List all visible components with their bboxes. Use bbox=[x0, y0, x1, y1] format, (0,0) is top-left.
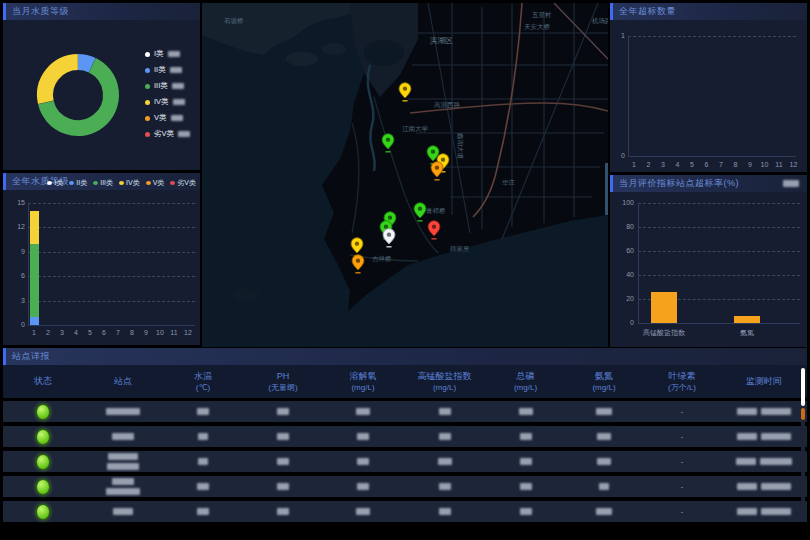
gridline bbox=[28, 252, 195, 253]
legend-dot bbox=[145, 116, 150, 121]
blurred-value bbox=[737, 408, 757, 415]
x-axis-tick: 2 bbox=[647, 161, 651, 168]
legend-value-redacted bbox=[172, 83, 184, 89]
gridline bbox=[28, 203, 195, 204]
y-axis-tick: 100 bbox=[614, 199, 634, 207]
donut-slice-II类[interactable] bbox=[78, 62, 92, 65]
gridline bbox=[638, 203, 800, 204]
legend-dot bbox=[145, 68, 150, 73]
blurred-value bbox=[113, 508, 133, 515]
y-axis-tick: 9 bbox=[5, 248, 25, 256]
city-map[interactable]: 石塘桥五星村滨湖区天安大桥高浪西路江南大学蠡湖大道青祁桥薛家里吉祥桥机场路华庄 bbox=[202, 3, 608, 347]
x-axis-tick: 4 bbox=[74, 329, 78, 336]
map-pin-marker-base bbox=[402, 100, 407, 101]
x-axis-tick: 9 bbox=[144, 329, 148, 336]
legend-item[interactable]: II类 bbox=[145, 65, 190, 75]
panel-header: 站点详报 bbox=[3, 348, 807, 365]
stations-table-panel: 站点详报 状态站点水温(℃)PH(无量纲)溶解氧(mg/L)高锰酸盐指数(mg/… bbox=[3, 348, 807, 525]
status-dot-normal bbox=[36, 404, 50, 420]
map-islet bbox=[286, 52, 318, 66]
blurred-value bbox=[197, 483, 209, 490]
value-redacted bbox=[163, 408, 243, 415]
monitor-time-redacted bbox=[721, 458, 807, 465]
dash-value: - bbox=[681, 482, 684, 491]
map-panel[interactable]: 石塘桥五星村滨湖区天安大桥高浪西路江南大学蠡湖大道青祁桥薛家里吉祥桥机场路华庄 bbox=[202, 3, 608, 347]
value-redacted bbox=[486, 483, 565, 490]
pin-hole bbox=[387, 232, 391, 236]
x-axis-tick: 1 bbox=[632, 161, 636, 168]
gridline bbox=[628, 36, 796, 37]
map-pin-marker-base bbox=[431, 238, 436, 239]
blurred-value bbox=[439, 508, 451, 515]
pin-hole bbox=[403, 86, 407, 90]
y-axis-tick: 0 bbox=[5, 321, 25, 329]
table-row[interactable]: - bbox=[3, 451, 807, 472]
table-header-高锰酸盐指数: 高锰酸盐指数(mg/L) bbox=[403, 365, 486, 398]
table-row[interactable]: - bbox=[3, 426, 807, 447]
donut-slice-IV类[interactable] bbox=[45, 62, 78, 102]
monitor-time-redacted bbox=[721, 483, 807, 490]
blurred-value bbox=[108, 453, 138, 460]
legend-label: I类 bbox=[154, 49, 164, 59]
legend-item[interactable]: I类 bbox=[145, 49, 190, 59]
value-redacted bbox=[163, 458, 243, 465]
table-header-总磷: 总磷(mg/L) bbox=[486, 365, 565, 398]
x-axis-tick: 6 bbox=[705, 161, 709, 168]
blurred-value bbox=[439, 483, 451, 490]
table-header-监测时间: 监测时间 bbox=[721, 365, 807, 398]
table-row[interactable]: - bbox=[3, 501, 807, 522]
map-edge-highlight bbox=[605, 163, 608, 215]
pin-hole bbox=[441, 157, 445, 161]
value-redacted bbox=[323, 408, 403, 415]
blurred-value bbox=[356, 508, 370, 515]
column-unit: (无量纲) bbox=[268, 382, 297, 393]
column-name: 高锰酸盐指数 bbox=[418, 371, 472, 382]
map-pin-marker-base bbox=[417, 220, 422, 221]
station-name-redacted bbox=[83, 478, 163, 495]
dash-value: - bbox=[681, 507, 684, 516]
blurred-value bbox=[198, 433, 208, 440]
blurred-value bbox=[197, 508, 209, 515]
column-unit: (mg/L) bbox=[433, 382, 456, 393]
gridline bbox=[28, 276, 195, 277]
header-accent bbox=[3, 3, 6, 20]
value-redacted bbox=[403, 508, 486, 515]
column-name: 总磷 bbox=[517, 371, 535, 382]
dash-value: - bbox=[681, 407, 684, 416]
legend-item[interactable]: III类 bbox=[145, 81, 190, 91]
x-axis-tick: 12 bbox=[790, 161, 798, 168]
legend-item[interactable]: 劣V类 bbox=[145, 129, 190, 139]
status-dot-normal bbox=[36, 454, 50, 470]
y-axis-tick: 40 bbox=[614, 271, 634, 279]
legend-label: 劣V类 bbox=[154, 129, 174, 139]
legend-item[interactable]: IV类 bbox=[145, 97, 190, 107]
table-header-水温: 水温(℃) bbox=[163, 365, 243, 398]
month-rate-chart: 020406080100高锰酸盐指数氨氮 bbox=[610, 175, 807, 347]
table-header-PH: PH(无量纲) bbox=[243, 365, 323, 398]
legend-item[interactable]: V类 bbox=[145, 113, 190, 123]
map-label: 五星村 bbox=[532, 11, 552, 19]
value-redacted bbox=[243, 483, 323, 490]
table-scrollbar-track[interactable] bbox=[801, 368, 805, 507]
x-axis-category: 氨氮 bbox=[740, 328, 754, 338]
table-scrollbar-thumb[interactable] bbox=[801, 368, 805, 406]
table-row[interactable]: - bbox=[3, 401, 807, 422]
panel-year-quality: 全年水质等级 I类II类III类IV类V类劣V类 036912151234567… bbox=[3, 173, 200, 345]
x-axis-tick: 10 bbox=[156, 329, 164, 336]
value-redacted bbox=[403, 458, 486, 465]
legend-dot bbox=[145, 132, 150, 137]
x-axis-tick: 10 bbox=[761, 161, 769, 168]
blurred-value bbox=[736, 458, 756, 465]
table-scrollbar-thumb-secondary[interactable] bbox=[801, 408, 805, 420]
x-axis-tick: 2 bbox=[46, 329, 50, 336]
x-axis-tick: 11 bbox=[775, 161, 782, 168]
y-axis bbox=[638, 203, 639, 323]
monitor-time-redacted bbox=[721, 508, 807, 515]
column-name: 氨氮 bbox=[595, 371, 613, 382]
y-axis-tick: 0 bbox=[612, 152, 625, 160]
table-row[interactable]: - bbox=[3, 476, 807, 497]
rate-bar-高锰酸盐指数 bbox=[651, 292, 677, 323]
column-unit: (mg/L) bbox=[592, 382, 615, 393]
blurred-value bbox=[112, 433, 134, 440]
blurred-value bbox=[761, 508, 791, 515]
